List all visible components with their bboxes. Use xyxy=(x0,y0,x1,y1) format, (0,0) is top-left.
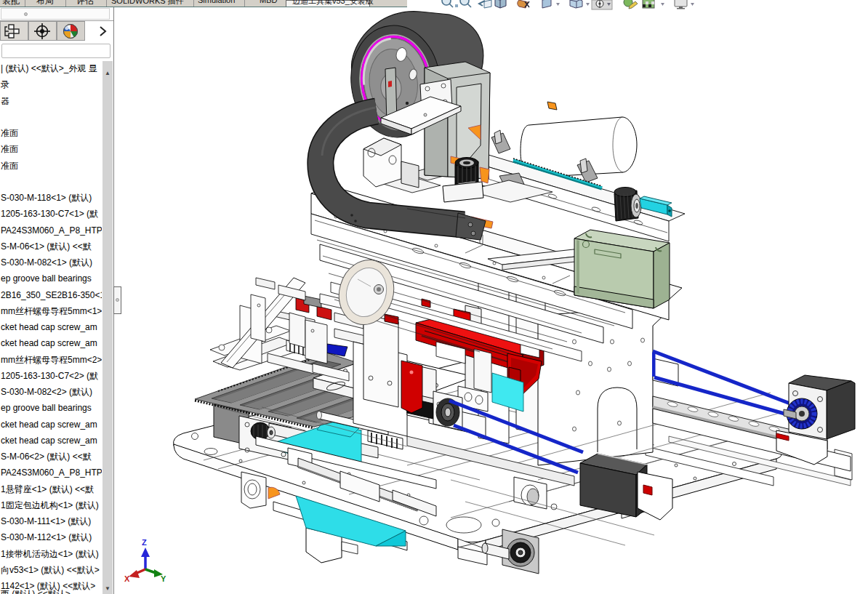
svg-text:Y: Y xyxy=(161,574,166,583)
svg-text:X: X xyxy=(124,574,130,583)
svg-text:Z: Z xyxy=(142,538,147,547)
